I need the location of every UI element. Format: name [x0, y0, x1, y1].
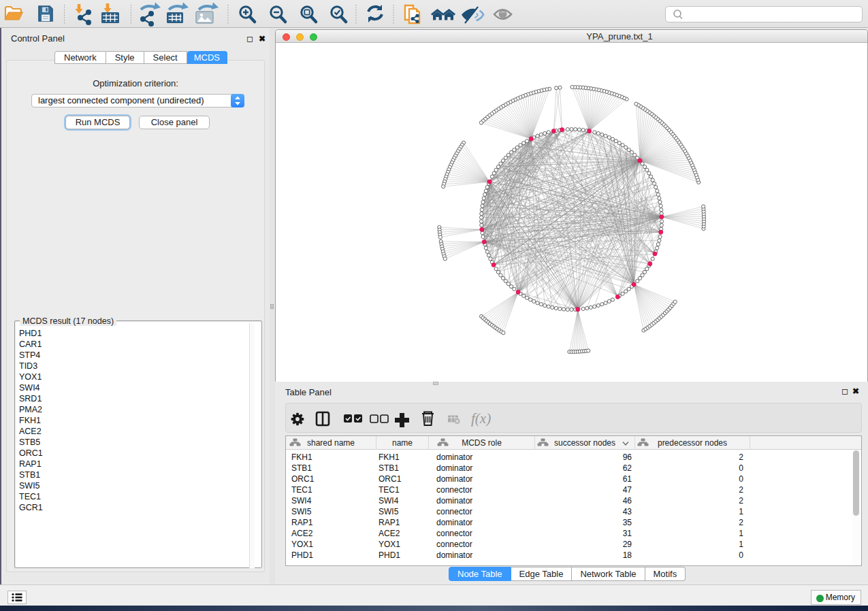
svg-text:f(x): f(x): [471, 410, 491, 427]
